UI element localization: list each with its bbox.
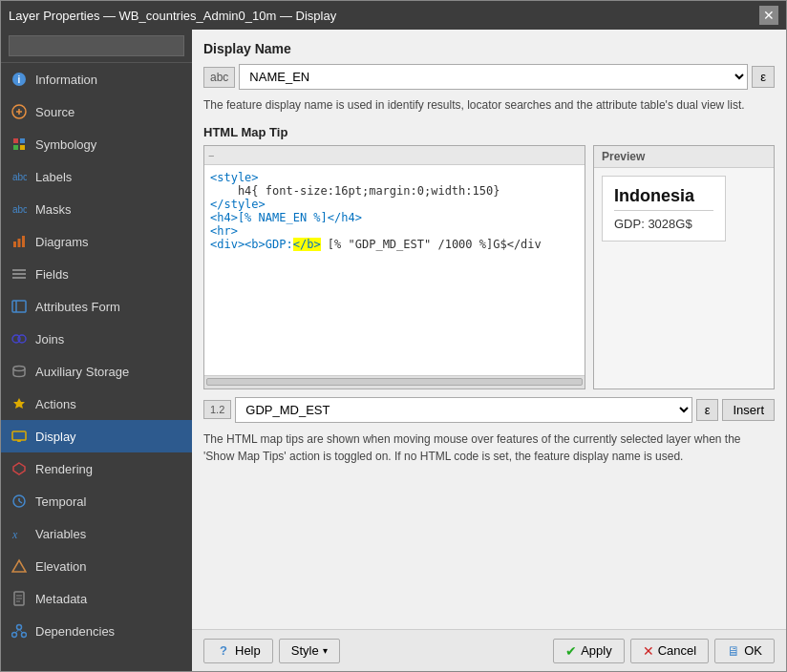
- svg-rect-14: [12, 277, 26, 279]
- apply-button[interactable]: ✔ Apply: [553, 639, 625, 663]
- display-icon: [11, 428, 28, 445]
- style-label: Style: [291, 643, 319, 658]
- cancel-x-icon: ✕: [643, 643, 654, 659]
- svg-point-18: [18, 335, 26, 343]
- style-button[interactable]: Style ▾: [279, 639, 340, 663]
- elevation-icon: [11, 557, 28, 575]
- bottom-left-buttons: ? Help Style ▾: [203, 639, 340, 663]
- sidebar-item-joins[interactable]: Joins: [1, 323, 192, 355]
- sidebar-search-container: [1, 30, 192, 63]
- sidebar-item-label-attributes-form: Attributes Form: [35, 300, 120, 314]
- ok-icon: 🖥: [727, 643, 740, 659]
- editor-toolbar: −: [204, 146, 585, 165]
- rendering-icon: [11, 460, 28, 477]
- sidebar-item-metadata[interactable]: Metadata: [1, 582, 192, 615]
- sidebar-item-label-masks: Masks: [35, 202, 72, 217]
- sidebar-item-label-symbology: Symbology: [35, 137, 96, 152]
- main-content: Display Name abc NAME_EN ε The feature d…: [192, 30, 786, 629]
- actions-icon: [11, 395, 28, 412]
- cancel-button[interactable]: ✕ Cancel: [630, 639, 709, 663]
- field-epsilon-btn[interactable]: ε: [696, 399, 719, 421]
- display-name-prefix: abc: [203, 67, 235, 88]
- sidebar-item-display[interactable]: Display: [1, 420, 192, 452]
- editor-preview-row: − <style> h4{ font-size:16pt;margin:0;wi…: [203, 145, 775, 389]
- sidebar-item-elevation[interactable]: Elevation: [1, 550, 192, 582]
- editor-content[interactable]: <style> h4{ font-size:16pt;margin:0;widt…: [204, 165, 585, 375]
- sidebar-item-label-metadata: Metadata: [35, 592, 87, 606]
- display-name-info: The feature display name is used in iden…: [203, 97, 775, 114]
- diagrams-icon: [11, 233, 28, 250]
- svg-text:abc: abc: [12, 204, 27, 215]
- sidebar-item-dependencies[interactable]: Dependencies: [1, 615, 192, 647]
- editor-scrollbar-track[interactable]: [206, 378, 583, 386]
- sidebar-item-label-diagrams: Diagrams: [35, 235, 89, 249]
- ok-button[interactable]: 🖥 OK: [714, 639, 775, 663]
- svg-line-36: [15, 630, 19, 634]
- preview-box: Indonesia GDP: 3028G$: [602, 176, 726, 242]
- sidebar-item-fields[interactable]: Fields: [1, 258, 192, 290]
- main-panel: Display Name abc NAME_EN ε The feature d…: [192, 30, 786, 671]
- sidebar-item-symbology[interactable]: Symbology: [1, 128, 192, 160]
- preview-content: Indonesia GDP: 3028G$: [594, 168, 774, 249]
- sidebar-search-input[interactable]: [9, 35, 184, 56]
- sidebar-item-masks[interactable]: abcMasks: [1, 193, 192, 225]
- svg-point-34: [12, 633, 17, 638]
- field-prefix: 1.2: [203, 400, 231, 419]
- sidebar-item-label-actions: Actions: [35, 397, 76, 411]
- sidebar-item-diagrams[interactable]: Diagrams: [1, 225, 192, 258]
- auxiliary-storage-icon: [11, 363, 28, 380]
- svg-rect-5: [13, 145, 18, 150]
- help-icon: ?: [216, 643, 231, 659]
- sidebar-item-temporal[interactable]: Temporal: [1, 485, 192, 517]
- display-name-epsilon-btn[interactable]: ε: [752, 66, 775, 88]
- sidebar-item-label-source: Source: [35, 105, 74, 119]
- editor-minus-btn[interactable]: −: [208, 150, 214, 161]
- svg-line-26: [19, 501, 22, 503]
- apply-label: Apply: [581, 643, 612, 658]
- sidebar-item-actions[interactable]: Actions: [1, 388, 192, 420]
- sidebar-item-source[interactable]: Source: [1, 95, 192, 128]
- help-button[interactable]: ? Help: [203, 639, 273, 663]
- sidebar-items-list: iInformationSourceSymbologyabcLabelsabcM…: [1, 63, 192, 647]
- sidebar-item-rendering[interactable]: Rendering: [1, 452, 192, 485]
- field-insert-btn[interactable]: Insert: [722, 399, 775, 421]
- preview-title: Preview: [594, 146, 774, 168]
- svg-point-35: [22, 633, 27, 638]
- window: Layer Properties — WB_countries_Admin0_1…: [0, 0, 787, 672]
- sidebar-item-label-auxiliary-storage: Auxiliary Storage: [35, 365, 129, 379]
- sidebar-item-labels[interactable]: abcLabels: [1, 160, 192, 193]
- close-button[interactable]: ✕: [759, 6, 778, 25]
- field-select[interactable]: GDP_MD_EST: [235, 397, 691, 423]
- sidebar-item-information[interactable]: iInformation: [1, 63, 192, 95]
- bottom-info-text: The HTML map tips are shown when moving …: [203, 430, 775, 465]
- metadata-icon: [11, 590, 28, 607]
- svg-rect-4: [20, 138, 25, 143]
- preview-country: Indonesia: [614, 186, 713, 206]
- sidebar-item-auxiliary-storage[interactable]: Auxiliary Storage: [1, 355, 192, 388]
- content-area: iInformationSourceSymbologyabcLabelsabcM…: [1, 30, 786, 671]
- editor-scrollbar[interactable]: [204, 375, 585, 388]
- bottom-bar: ? Help Style ▾ ✔ Apply ✕ Cancel: [192, 629, 786, 671]
- cancel-label: Cancel: [658, 643, 696, 658]
- code-editor[interactable]: − <style> h4{ font-size:16pt;margin:0;wi…: [203, 145, 585, 389]
- field-selector-row: 1.2 GDP_MD_EST ε Insert: [203, 397, 775, 423]
- sidebar-item-label-variables: Variables: [35, 527, 86, 541]
- svg-text:x: x: [11, 528, 18, 541]
- ok-label: OK: [744, 643, 762, 658]
- svg-rect-3: [13, 138, 18, 143]
- sidebar-item-attributes-form[interactable]: Attributes Form: [1, 290, 192, 323]
- preview-gdp: GDP: 3028G$: [614, 217, 713, 231]
- bottom-right-buttons: ✔ Apply ✕ Cancel 🖥 OK: [553, 639, 775, 663]
- symbology-icon: [11, 136, 28, 153]
- source-icon: [11, 103, 28, 120]
- fields-icon: [11, 265, 28, 283]
- svg-rect-12: [12, 269, 26, 271]
- sidebar-item-label-temporal: Temporal: [35, 494, 86, 509]
- svg-rect-13: [12, 273, 26, 275]
- svg-rect-9: [13, 242, 16, 247]
- dependencies-icon: [11, 622, 28, 640]
- sidebar-item-label-fields: Fields: [35, 267, 69, 282]
- display-name-select[interactable]: NAME_EN: [239, 64, 748, 90]
- sidebar-item-variables[interactable]: xVariables: [1, 517, 192, 550]
- display-name-row: abc NAME_EN ε: [203, 64, 775, 90]
